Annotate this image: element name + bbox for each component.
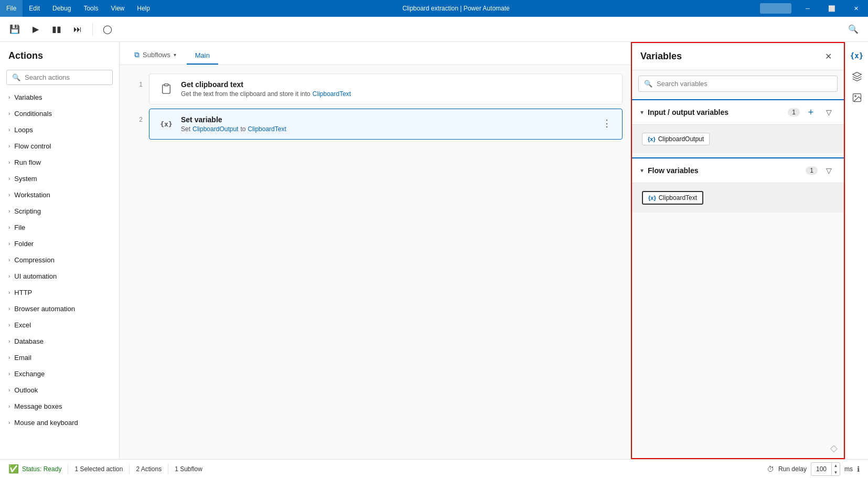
action-group-label: Outlook: [14, 386, 38, 394]
chevron-down-icon: ▾: [174, 52, 176, 58]
run-delay-up[interactable]: ▲: [832, 462, 840, 469]
ms-label: ms: [844, 465, 853, 473]
run-button[interactable]: ▶: [27, 21, 44, 38]
vars-section-flow-header[interactable]: ▾ Flow variables 1 ▽: [632, 157, 844, 183]
action-group-database[interactable]: › Database: [0, 333, 119, 349]
action-group-loops[interactable]: › Loops: [0, 122, 119, 138]
actions-search-input[interactable]: [25, 73, 107, 81]
actions-search-box[interactable]: 🔍: [6, 70, 113, 85]
next-step-button[interactable]: ⏭: [69, 21, 86, 38]
action-group-label: Scripting: [14, 207, 41, 215]
tab-main[interactable]: Main: [187, 47, 218, 65]
action-group-email[interactable]: › Email: [0, 349, 119, 366]
run-delay-down[interactable]: ▼: [832, 469, 840, 476]
chevron-icon: ›: [8, 290, 10, 295]
var-chip-icon: {x}: [648, 136, 656, 142]
var-chip-clipboard-text[interactable]: {x} ClipboardText: [642, 191, 703, 205]
vars-section-flow: ▾ Flow variables 1 ▽ {x} ClipboardText: [632, 157, 844, 213]
chevron-icon: ›: [8, 176, 10, 182]
var-chip-flow-label: ClipboardText: [659, 194, 697, 201]
action-group-label: Variables: [14, 93, 42, 101]
step-2-desc-prefix: Set: [181, 125, 190, 133]
stop-button[interactable]: ▮▮: [48, 21, 65, 38]
vars-close-button[interactable]: ✕: [821, 49, 835, 64]
action-group-ui-automation[interactable]: › UI automation: [0, 268, 119, 284]
sidebar-image-icon[interactable]: [848, 88, 866, 107]
action-group-scripting[interactable]: › Scripting: [0, 203, 119, 219]
step-2-menu[interactable]: ⋮: [600, 115, 614, 131]
run-delay-input[interactable]: 100 ▲ ▼: [811, 462, 840, 476]
step-2-var1: ClipboardOutput: [192, 125, 238, 133]
content-area: Actions 🔍 › Variables › Conditionals › L…: [0, 42, 868, 459]
menu-help[interactable]: Help: [131, 0, 156, 17]
action-group-label: Exchange: [14, 370, 45, 378]
vars-search-input[interactable]: [657, 80, 832, 88]
save-button[interactable]: 💾: [6, 21, 23, 38]
action-group-variables[interactable]: › Variables: [0, 89, 119, 105]
step-1-desc: Get the text from the clipboard and stor…: [181, 90, 614, 98]
menu-debug[interactable]: Debug: [46, 0, 77, 17]
vars-filter-io-button[interactable]: ▽: [822, 105, 835, 119]
step-2-title: Set variable: [181, 115, 594, 124]
diamond-icon: ◇: [830, 442, 838, 454]
action-group-message-boxes[interactable]: › Message boxes: [0, 398, 119, 415]
total-actions-text: 2 Actions: [136, 465, 162, 473]
action-group-system[interactable]: › System: [0, 171, 119, 187]
action-group-http[interactable]: › HTTP: [0, 284, 119, 301]
record-button[interactable]: ◯: [99, 21, 116, 38]
step-card-2[interactable]: {x} Set variable Set ClipboardOutput to …: [149, 109, 623, 140]
subflows-text: 1 Subflow: [175, 465, 202, 473]
var-chip-clipboard-output[interactable]: {x} ClipboardOutput: [642, 133, 710, 145]
sidebar-layers-icon[interactable]: [848, 67, 866, 86]
menu-tools[interactable]: Tools: [77, 0, 104, 17]
titlebar: File Edit Debug Tools View Help Clipboar…: [0, 0, 868, 17]
info-icon[interactable]: ℹ: [857, 465, 860, 473]
step-number-1: 1: [128, 73, 143, 88]
run-delay-value: 100: [811, 465, 831, 473]
search-button[interactable]: 🔍: [845, 21, 862, 38]
action-group-label: System: [14, 175, 37, 183]
action-group-workstation[interactable]: › Workstation: [0, 187, 119, 203]
app-body: 💾 ▶ ▮▮ ⏭ ◯ 🔍 Actions 🔍 › Variables ›: [0, 17, 868, 478]
sidebar-variables-icon[interactable]: {x}: [848, 46, 866, 65]
action-group-compression[interactable]: › Compression: [0, 252, 119, 268]
tab-subflows[interactable]: ⧉ Subflows ▾: [126, 46, 185, 65]
action-group-mouse-keyboard[interactable]: › Mouse and keyboard: [0, 415, 119, 431]
vars-filter-flow-button[interactable]: ▽: [822, 164, 835, 177]
window-title: Clipboard extraction | Power Automate: [156, 5, 756, 12]
action-group-folder[interactable]: › Folder: [0, 236, 119, 252]
step-card-1[interactable]: Get clipboard text Get the text from the…: [149, 73, 623, 104]
menu-edit[interactable]: Edit: [23, 0, 46, 17]
restore-button[interactable]: ⬜: [820, 0, 844, 17]
action-group-browser-automation[interactable]: › Browser automation: [0, 301, 119, 317]
clipboard-icon: [158, 80, 175, 97]
action-group-conditionals[interactable]: › Conditionals: [0, 105, 119, 122]
subflows-icon: ⧉: [134, 50, 140, 59]
action-group-flow-control[interactable]: › Flow control: [0, 138, 119, 154]
step-1-desc-text: Get the text from the clipboard and stor…: [181, 90, 310, 98]
action-group-excel[interactable]: › Excel: [0, 317, 119, 333]
chevron-icon: ›: [8, 143, 10, 149]
clock-icon: ⏱: [767, 465, 774, 473]
action-group-label: UI automation: [14, 272, 57, 280]
minimize-button[interactable]: ─: [796, 0, 820, 17]
vars-section-io-title: Input / output variables: [648, 108, 784, 116]
actions-panel: Actions 🔍 › Variables › Conditionals › L…: [0, 42, 120, 459]
menu-view[interactable]: View: [104, 0, 131, 17]
action-group-run-flow[interactable]: › Run flow: [0, 154, 119, 171]
action-group-exchange[interactable]: › Exchange: [0, 366, 119, 382]
action-group-file[interactable]: › File: [0, 219, 119, 236]
vars-section-io-header[interactable]: ▾ Input / output variables 1 + ▽: [632, 99, 844, 125]
vars-add-io-button[interactable]: +: [804, 105, 818, 119]
chevron-icon: ›: [8, 192, 10, 198]
close-button[interactable]: ✕: [844, 0, 868, 17]
action-group-label: Loops: [14, 126, 33, 134]
main-tab-label: Main: [195, 51, 210, 59]
canvas-scroll[interactable]: 1 Get clipboard text Get the text from t…: [120, 65, 631, 459]
menu-file[interactable]: File: [0, 0, 23, 17]
step-1-title: Get clipboard text: [181, 80, 614, 89]
vars-search-box[interactable]: 🔍: [638, 76, 838, 92]
chevron-icon: ›: [8, 225, 10, 230]
status-text: Status: Ready: [22, 465, 61, 473]
action-group-outlook[interactable]: › Outlook: [0, 382, 119, 398]
